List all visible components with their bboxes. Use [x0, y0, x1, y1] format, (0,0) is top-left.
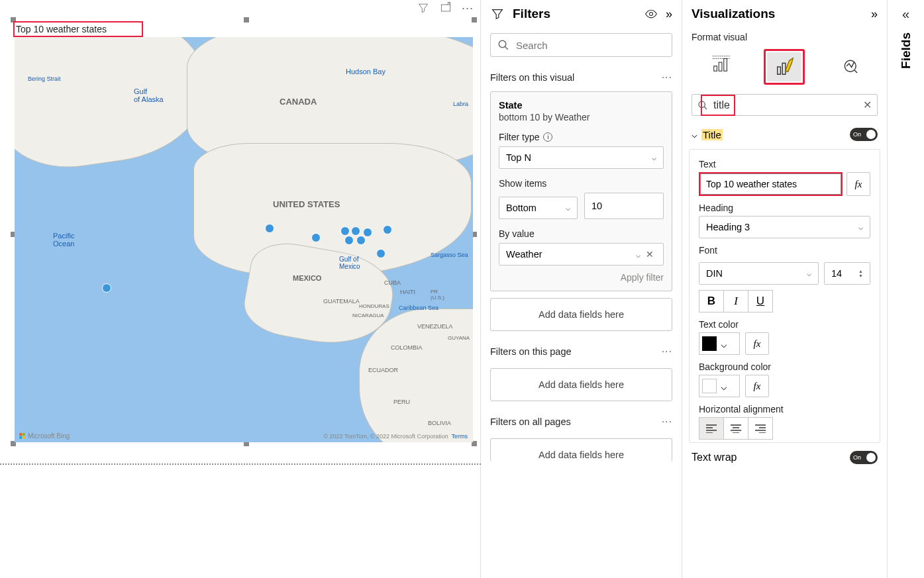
section-menu-icon[interactable]: ··· [662, 346, 672, 358]
text-wrap-label: Text wrap [692, 452, 737, 463]
map-data-point[interactable] [363, 228, 372, 237]
eye-icon[interactable] [644, 7, 658, 21]
more-options-icon[interactable]: ··· [462, 1, 475, 15]
filters-search[interactable] [490, 33, 672, 57]
title-section-body: Text fx Heading Heading 3⌵ Font DIN⌵ 14▲… [689, 149, 880, 443]
map-label: Gulf of Mexico [339, 256, 360, 270]
format-visual-tab[interactable] [767, 52, 801, 81]
filters-search-input[interactable] [516, 40, 665, 51]
fx-button[interactable]: fx [847, 172, 870, 196]
add-visual-filter-drop[interactable]: Add data fields here [490, 298, 672, 331]
highlight-box [764, 49, 805, 85]
expand-icon[interactable]: « [902, 7, 909, 22]
viz-tabs [682, 49, 887, 87]
font-size-input[interactable]: 14▲▼ [824, 262, 870, 285]
viz-subtitle: Format visual [682, 28, 887, 49]
map-data-point[interactable] [376, 249, 385, 258]
apply-filter-button[interactable]: Apply filter [499, 272, 664, 283]
text-color-picker[interactable]: ⌵ [699, 332, 740, 355]
section-menu-icon[interactable]: ··· [662, 416, 672, 428]
format-search-input[interactable] [713, 99, 858, 111]
text-wrap-toggle[interactable]: On [850, 451, 878, 464]
fx-button[interactable]: fx [745, 332, 769, 355]
filter-type-select[interactable]: Top N⌵ [499, 146, 664, 169]
heading-select[interactable]: Heading 3⌵ [699, 216, 870, 238]
clear-field-icon[interactable]: ✕ [643, 249, 656, 260]
filters-title: Filters [513, 7, 637, 21]
map-data-point[interactable] [311, 233, 321, 242]
by-value-field[interactable]: Weather⌵ ✕ [499, 243, 664, 265]
clear-search-icon[interactable]: ✕ [863, 99, 872, 111]
map-data-point[interactable] [102, 283, 111, 293]
format-search[interactable]: ✕ [692, 94, 878, 116]
map-data-point[interactable] [340, 226, 350, 236]
title-toggle[interactable]: On [850, 128, 878, 141]
align-center-button[interactable] [723, 417, 748, 440]
chevron-down-icon: ⌵ [858, 222, 863, 232]
build-visual-tab[interactable] [704, 49, 739, 78]
fields-label[interactable]: Fields [899, 32, 913, 69]
chevron-down-icon: ⌵ [807, 269, 811, 278]
map-label: Bering Strait [28, 75, 61, 82]
underline-button[interactable]: U [748, 290, 773, 313]
font-label: Font [699, 245, 870, 256]
map-data-point[interactable] [383, 225, 392, 234]
chevron-down-icon: ⌵ [721, 338, 727, 350]
italic-button[interactable]: I [723, 290, 748, 313]
info-icon[interactable]: i [543, 132, 552, 142]
section-menu-icon[interactable]: ··· [662, 72, 672, 83]
align-right-button[interactable] [748, 417, 773, 440]
bg-color-picker[interactable]: ⌵ [699, 375, 740, 397]
filter-icon [490, 7, 505, 21]
map-visual[interactable]: Top 10 weather states CANADA UNITED STAT… [13, 20, 474, 444]
spinner-icon[interactable]: ▲▼ [858, 269, 863, 278]
map-label: COLOMBIA [391, 344, 423, 351]
focus-mode-icon[interactable] [439, 1, 452, 15]
bold-button[interactable]: B [699, 290, 724, 313]
svg-rect-2 [23, 433, 25, 436]
chevron-down-icon: ⌵ [692, 128, 697, 140]
analytics-tab[interactable] [831, 49, 865, 78]
filter-icon[interactable] [417, 1, 430, 15]
text-color-label: Text color [699, 319, 870, 330]
map-data-point[interactable] [356, 236, 366, 245]
report-canvas: ··· Top 10 weather states CANADA UNITED … [0, 0, 481, 578]
align-left-button[interactable] [699, 417, 724, 440]
map-attribution: Microsoft Bing [19, 432, 70, 440]
fx-button[interactable]: fx [745, 375, 769, 397]
filter-type-label: Filter typei [499, 132, 664, 142]
by-value-label: By value [499, 228, 664, 239]
map-data-point[interactable] [265, 224, 274, 233]
font-family-select[interactable]: DIN⌵ [699, 262, 819, 285]
map-data-point[interactable] [351, 226, 360, 236]
search-icon [497, 39, 509, 51]
svg-point-15 [699, 101, 705, 107]
chevron-down-icon: ⌵ [652, 153, 656, 162]
collapse-icon[interactable]: » [666, 7, 672, 21]
title-section-header[interactable]: ⌵Title On [682, 116, 887, 145]
map-label: Labra [453, 101, 468, 107]
map-data-point[interactable] [344, 236, 354, 245]
map-label: ECUADOR [368, 367, 398, 373]
map-label: HONDURAS [359, 303, 389, 309]
resize-handle[interactable] [11, 17, 16, 23]
halign-label: Horizontal alignment [699, 404, 870, 414]
resize-handle[interactable] [472, 17, 477, 23]
show-count-input[interactable] [584, 193, 664, 219]
terms-link[interactable]: Terms [452, 433, 468, 440]
add-page-filter-drop[interactable]: Add data fields here [490, 368, 672, 401]
add-all-filter-drop[interactable]: Add data fields here [490, 438, 672, 461]
collapse-icon[interactable]: » [871, 7, 878, 21]
show-direction-select[interactable]: Bottom⌵ [499, 197, 578, 219]
map-label-canada: CANADA [280, 97, 317, 107]
filter-card-state[interactable]: State bottom 10 by Weather Filter typei … [490, 91, 672, 291]
text-wrap-row: Text wrap On [682, 443, 887, 464]
heading-label: Heading [699, 203, 870, 213]
bg-color-label: Background color [699, 361, 870, 372]
filter-summary: bottom 10 by Weather [499, 112, 664, 122]
resize-handle[interactable] [244, 17, 249, 23]
chevron-down-icon: ⌵ [566, 203, 570, 213]
map-surface[interactable]: CANADA UNITED STATES MEXICO Gulf of Alas… [15, 37, 473, 442]
title-text-input[interactable] [700, 173, 841, 195]
svg-point-5 [649, 13, 652, 16]
